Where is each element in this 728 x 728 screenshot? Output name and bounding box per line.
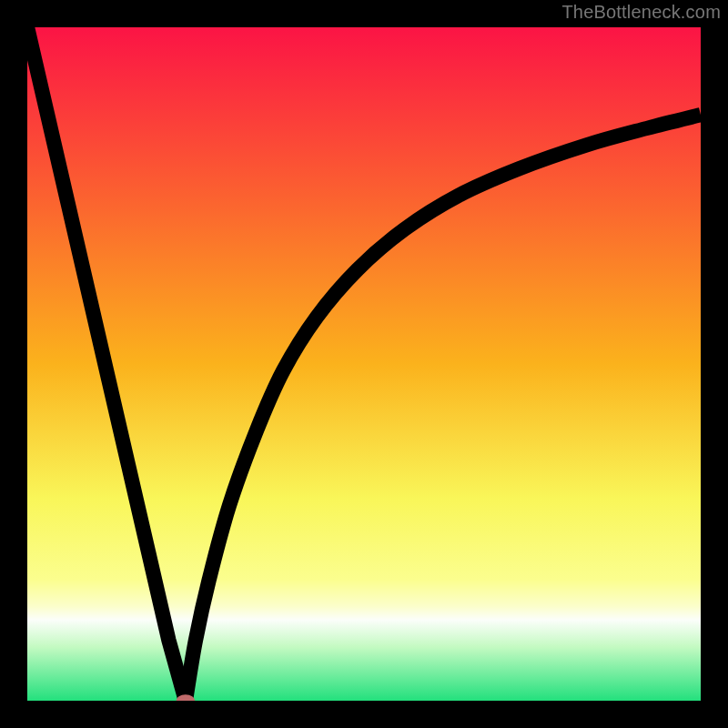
background-rect: [27, 27, 701, 701]
plot-area: [27, 27, 701, 701]
chart-svg: [27, 27, 701, 701]
watermark-label: TheBottleneck.com: [561, 2, 721, 23]
chart-frame: TheBottleneck.com: [0, 0, 728, 728]
